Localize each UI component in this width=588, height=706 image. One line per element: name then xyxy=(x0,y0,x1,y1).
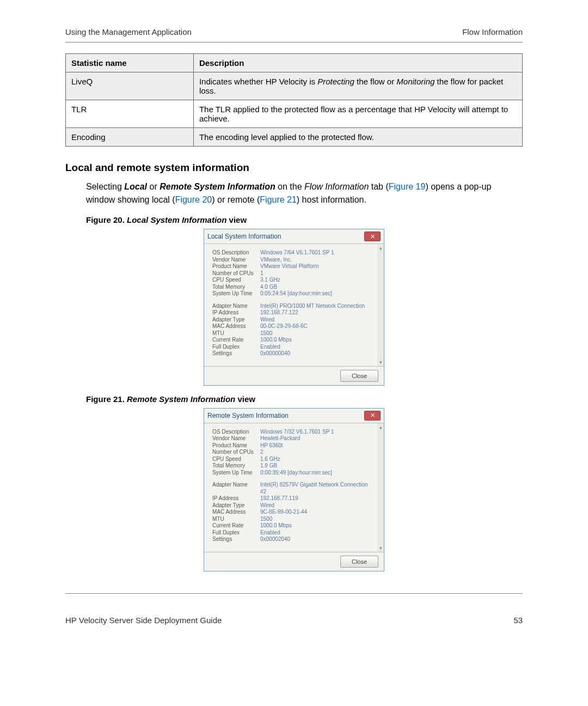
info-value: Enabled xyxy=(260,344,280,351)
link-figure-19[interactable]: Figure 19 xyxy=(389,182,426,191)
info-label: Number of CPUs xyxy=(212,270,260,277)
close-button[interactable]: Close xyxy=(340,370,378,382)
info-label: Settings xyxy=(212,536,260,543)
info-label: Product Name xyxy=(212,263,260,270)
info-row: Total Memory1.9 GB xyxy=(212,462,375,470)
scrollbar[interactable]: ▴ ▾ xyxy=(377,423,384,552)
info-row: OS DescriptionWindows 7/32 V6.1.7601 SP … xyxy=(212,429,375,436)
cell-desc: Indicates whether HP Velocity is Protect… xyxy=(193,72,522,100)
dialog-title: Remote System Information xyxy=(207,412,289,419)
info-label: Adapter Type xyxy=(212,317,260,324)
link-figure-20[interactable]: Figure 20 xyxy=(175,195,212,204)
info-value: Enabled xyxy=(260,530,280,537)
footer-rule xyxy=(65,593,523,594)
info-row: MTU1500 xyxy=(212,516,375,523)
info-value: Hewlett-Packard xyxy=(260,435,300,442)
link-figure-21[interactable]: Figure 21 xyxy=(260,195,297,204)
info-row: Total Memory4.0 GB xyxy=(212,284,375,291)
info-value: 192.168.77.122 xyxy=(260,309,298,317)
info-label: MTU xyxy=(212,330,260,337)
info-label: OS Description xyxy=(212,249,260,257)
scroll-down-icon[interactable]: ▾ xyxy=(379,545,382,551)
info-label: CPU Speed xyxy=(212,277,260,284)
info-label: Total Memory xyxy=(212,284,260,291)
info-value: 192.168.77.119 xyxy=(260,495,298,502)
info-label: System Up Time xyxy=(212,290,260,297)
info-label: IP Address xyxy=(212,309,260,317)
info-value: 1 xyxy=(260,270,264,277)
info-value: Wired xyxy=(260,317,274,324)
info-label: Adapter Name xyxy=(212,303,260,310)
th-statistic-name: Statistic name xyxy=(66,54,194,72)
info-label: CPU Speed xyxy=(212,456,260,463)
info-label: Full Duplex xyxy=(212,530,260,537)
info-row: Adapter TypeWired xyxy=(212,317,375,324)
section-paragraph: Selecting Local or Remote System Informa… xyxy=(86,180,523,206)
info-label: Number of CPUs xyxy=(212,449,260,456)
figure-20-caption: Figure 20. Local System Information view xyxy=(86,215,523,224)
header-rule xyxy=(65,42,523,42)
cell-stat: Encoding xyxy=(66,128,194,147)
info-value: 0x00002040 xyxy=(260,536,290,543)
info-value: 3.1 GHz xyxy=(260,277,280,284)
info-label: Adapter Name xyxy=(212,482,260,495)
info-label: Total Memory xyxy=(212,462,260,470)
header-right: Flow Information xyxy=(462,27,523,36)
section-heading: Local and remote system information xyxy=(65,162,523,174)
info-row: Product NameVMware Virtual Platform xyxy=(212,263,375,270)
info-row: System Up Time0:00:35:49 [day:hour:min:s… xyxy=(212,470,375,477)
info-label: System Up Time xyxy=(212,470,260,477)
close-icon[interactable]: ✕ xyxy=(364,232,381,241)
info-value: Intel(R) 82579V Gigabit Network Connecti… xyxy=(260,482,375,495)
close-icon[interactable]: ✕ xyxy=(364,411,381,421)
info-row: Settings0x00002040 xyxy=(212,536,375,543)
info-row: IP Address192.168.77.119 xyxy=(212,495,375,502)
info-row: Current Rate1000.0 Mbps xyxy=(212,337,375,344)
info-value: 1000.0 Mbps xyxy=(260,337,292,344)
info-label: IP Address xyxy=(212,495,260,502)
info-label: OS Description xyxy=(212,429,260,436)
info-row: CPU Speed1.6 GHz xyxy=(212,456,375,463)
info-row: Vendor NameHewlett-Packard xyxy=(212,435,375,442)
info-label: MAC Address xyxy=(212,323,260,330)
info-row: Adapter NameIntel(R) 82579V Gigabit Netw… xyxy=(212,482,375,495)
info-label: Product Name xyxy=(212,442,260,449)
remote-system-info-dialog: Remote System Information ✕ OS Descripti… xyxy=(204,408,384,571)
info-value: VMware, Inc. xyxy=(260,257,292,264)
scroll-up-icon[interactable]: ▴ xyxy=(379,245,382,251)
info-value: Windows 7/32 V6.1.7601 SP 1 xyxy=(260,429,334,436)
scroll-down-icon[interactable]: ▾ xyxy=(379,360,382,365)
info-row: Adapter NameIntel(R) PRO/1000 MT Network… xyxy=(212,303,375,310)
info-row: Current Rate1000.0 Mbps xyxy=(212,522,375,530)
info-label: MTU xyxy=(212,516,260,523)
info-value: HP 6360t xyxy=(260,442,283,449)
info-value: 4.0 GB xyxy=(260,284,277,291)
table-row: LiveQ Indicates whether HP Velocity is P… xyxy=(66,72,523,100)
scroll-up-icon[interactable]: ▴ xyxy=(379,424,382,430)
info-label: Current Rate xyxy=(212,522,260,530)
cell-desc: The encoding level applied to the protec… xyxy=(193,128,522,147)
cell-stat: LiveQ xyxy=(66,72,194,100)
info-value: VMware Virtual Platform xyxy=(260,263,319,270)
info-value: 1.9 GB xyxy=(260,462,277,470)
info-value: 0:00:35:49 [day:hour:min:sec] xyxy=(260,470,332,477)
info-value: Wired xyxy=(260,502,274,509)
info-value: 2 xyxy=(260,449,264,456)
footer-left: HP Velocity Server Side Deployment Guide xyxy=(65,616,222,625)
info-value: 00-0C-29-29-68-6C xyxy=(260,323,308,330)
info-row: Full DuplexEnabled xyxy=(212,530,375,537)
scrollbar[interactable]: ▴ ▾ xyxy=(377,244,384,366)
info-row: MAC Address00-0C-29-29-68-6C xyxy=(212,323,375,330)
info-row: Settings0x00000040 xyxy=(212,350,375,357)
info-row: Full DuplexEnabled xyxy=(212,344,375,351)
dialog-title: Local System Information xyxy=(207,233,281,240)
info-value: Windows 7/64 V6.1.7601 SP 1 xyxy=(260,249,334,257)
close-button[interactable]: Close xyxy=(340,556,378,568)
info-row: System Up Time0:05:24:54 [day:hour:min:s… xyxy=(212,290,375,297)
info-row: CPU Speed3.1 GHz xyxy=(212,277,375,284)
info-label: Current Rate xyxy=(212,337,260,344)
footer-page-number: 53 xyxy=(513,616,523,625)
info-value: 1500 xyxy=(260,330,272,337)
info-value: 0x00000040 xyxy=(260,350,290,357)
local-system-info-dialog: Local System Information ✕ OS Descriptio… xyxy=(204,229,384,386)
